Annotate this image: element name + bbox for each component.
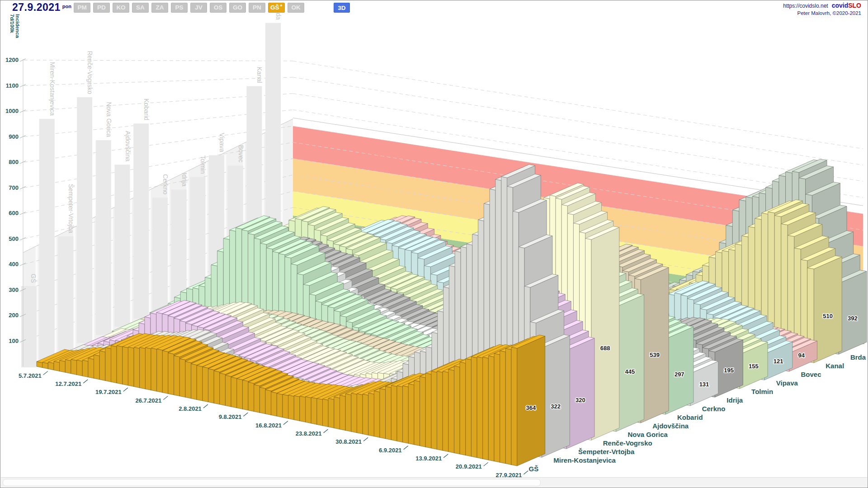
- weekday-label: pon: [62, 4, 71, 9]
- y-tick-200: 200: [9, 312, 19, 319]
- current-date: 27.9.2021pon: [12, 1, 71, 14]
- region-button-sa[interactable]: SA: [132, 3, 149, 13]
- row-label-6: Kobarid: [677, 413, 703, 421]
- app-window: GŠMiren-KostanjevicaŠempeter-VrtojbaRenč…: [0, 0, 868, 488]
- y-tick-100: 100: [9, 338, 19, 344]
- value-label-7: 131: [699, 381, 709, 388]
- value-label-1: 322: [551, 403, 561, 410]
- value-label-10: 121: [774, 358, 783, 365]
- y-tick-1200: 1200: [5, 56, 19, 63]
- row-label-4: Nova Gorica: [627, 431, 668, 438]
- region-button-pm[interactable]: PM: [74, 3, 90, 13]
- date-label-0: 5.7.2021: [19, 372, 42, 379]
- value-label-4: 445: [625, 368, 635, 375]
- y-tick-500: 500: [9, 235, 19, 242]
- row-label-12: Kanal: [826, 362, 844, 370]
- date-label-7: 23.8.2021: [296, 430, 322, 437]
- value-label-5: 539: [650, 352, 660, 358]
- chart-3d: GŠMiren-KostanjevicaŠempeter-VrtojbaRenč…: [0, 0, 868, 488]
- date-label-2: 19.7.2021: [95, 389, 122, 395]
- region-button-ok[interactable]: OK: [288, 3, 304, 13]
- date-label-1: 12.7.2021: [55, 380, 81, 387]
- y-tick-400: 400: [9, 261, 19, 267]
- value-label-8: 195: [724, 367, 734, 374]
- covidslo-logo: covidSLO: [832, 2, 861, 9]
- wall-label-12: Kanal: [256, 67, 263, 83]
- value-label-3: 688: [600, 345, 610, 352]
- y-tick-300: 300: [9, 286, 19, 293]
- wall-label-5: Ajdovščina: [124, 131, 132, 162]
- date-label-11: 20.9.2021: [456, 463, 482, 470]
- row-label-1: Miren-Kostanjevica: [553, 456, 616, 464]
- region-button-ps[interactable]: PS: [171, 3, 188, 13]
- value-label-0: 364: [526, 404, 536, 411]
- row-label-2: Šempeter-Vrtojba: [578, 448, 635, 455]
- region-button-bar: PMPDKOSAZAPSJVOSGOPNGŠ✦OK: [74, 3, 304, 13]
- wall-label-11: Bovec: [237, 145, 245, 163]
- y-tick-900: 900: [9, 133, 19, 140]
- value-label-12: 510: [823, 313, 833, 319]
- value-label-11: 94: [798, 352, 805, 359]
- wall-label-9: Tolmin: [199, 155, 207, 174]
- date-label-9: 6.9.2021: [379, 447, 402, 454]
- wall-label-8: Idrija: [181, 173, 188, 187]
- date-label-4: 2.8.2021: [179, 405, 202, 412]
- date-label-8: 30.8.2021: [335, 438, 362, 445]
- site-url-link[interactable]: https://covidslo.net: [783, 3, 828, 9]
- region-button-go[interactable]: GO: [229, 3, 246, 13]
- region-button-za[interactable]: ZA: [151, 3, 168, 13]
- y-tick-700: 700: [9, 184, 19, 191]
- y-axis-title-line-0: 7d/100k: [9, 14, 15, 33]
- region-button-pn[interactable]: PN: [249, 3, 265, 13]
- selected-region-marker: ✦: [279, 4, 283, 8]
- y-tick-1000: 1000: [5, 108, 19, 114]
- wall-label-1: Miren-Kostanjevica: [49, 62, 56, 116]
- wall-label-7: Cerkno: [162, 174, 169, 194]
- view-3d-button[interactable]: 3D: [334, 3, 350, 13]
- value-label-2: 320: [576, 397, 585, 404]
- region-button-ko[interactable]: KO: [113, 3, 129, 13]
- y-tick-1100: 1100: [6, 82, 19, 89]
- wall-label-3: Renče-Vogrsko: [86, 51, 94, 94]
- row-label-3: Renče-Vogrsko: [603, 439, 652, 447]
- row-label-13: Brda: [850, 353, 866, 361]
- date-label-5: 9.8.2021: [219, 413, 242, 420]
- row-label-9: Tolmin: [751, 388, 773, 395]
- y-axis-title-line-1: Incidenca: [15, 14, 20, 38]
- wall-label-0: GŠ: [30, 274, 37, 283]
- row-label-11: Bovec: [801, 371, 821, 378]
- row-label-0: GŠ: [529, 465, 539, 473]
- row-label-8: Idrija: [726, 396, 743, 404]
- value-label-9: 155: [749, 363, 759, 370]
- author-credit: Peter Malovrh, ©2020-2021: [783, 10, 861, 16]
- date-value: 27.9.2021: [12, 1, 61, 13]
- y-tick-800: 800: [9, 159, 19, 165]
- date-label-6: 16.8.2021: [255, 422, 282, 429]
- wall-label-2: Šempeter-Vrtojba: [67, 184, 75, 233]
- horizontal-scrollbar[interactable]: [1, 477, 867, 487]
- scrollbar-thumb[interactable]: [3, 479, 541, 486]
- date-label-3: 26.7.2021: [135, 397, 161, 404]
- region-button-jv[interactable]: JV: [190, 3, 207, 13]
- date-label-10: 13.9.2021: [415, 455, 442, 462]
- region-button-pd[interactable]: PD: [93, 3, 110, 13]
- site-info: https://covidslo.net covidSLO Peter Malo…: [783, 2, 861, 16]
- wall-label-10: Vipava: [218, 133, 226, 152]
- wall-label-6: Kobarid: [143, 99, 150, 120]
- value-label-13: 392: [848, 315, 858, 322]
- value-label-6: 297: [675, 371, 684, 378]
- region-button-os[interactable]: OS: [210, 3, 226, 13]
- region-button-gš[interactable]: GŠ✦: [268, 3, 285, 13]
- wall-label-4: Nova Gorica: [105, 102, 113, 137]
- row-label-10: Vipava: [776, 379, 798, 387]
- y-tick-600: 600: [9, 210, 19, 216]
- row-label-7: Cerkno: [702, 405, 726, 413]
- row-label-5: Ajdovščina: [652, 422, 689, 430]
